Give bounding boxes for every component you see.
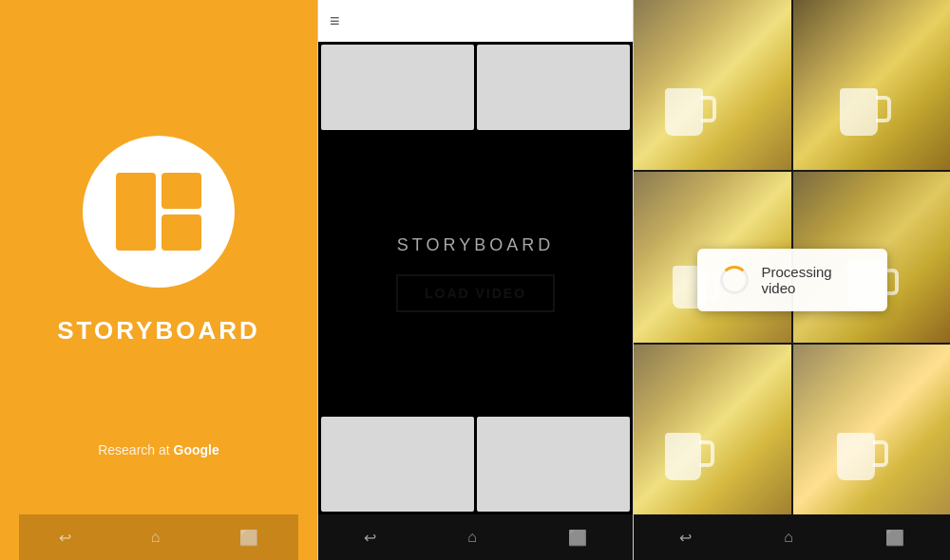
splash-app-title: STORYBOARD bbox=[57, 316, 259, 345]
mug-overlay-2 bbox=[840, 88, 878, 136]
video-thumb-2 bbox=[793, 0, 951, 170]
load-back-button[interactable]: ↩ bbox=[356, 525, 384, 551]
logo-left-bar bbox=[116, 173, 156, 251]
footer-research-text: Research at bbox=[98, 442, 173, 457]
splash-footer-text: Research at Google bbox=[98, 442, 219, 457]
splash-logo-circle bbox=[83, 136, 235, 288]
video-thumb-5 bbox=[634, 345, 791, 514]
load-panel-content: ≡ STORYBOARD LOAD VIDEO bbox=[318, 0, 633, 514]
placeholder-cell-2 bbox=[477, 45, 630, 130]
placeholder-cell-1 bbox=[321, 45, 474, 130]
splash-back-button[interactable]: ↩ bbox=[51, 525, 79, 551]
splash-content: STORYBOARD bbox=[57, 38, 259, 442]
load-center-area: STORYBOARD LOAD VIDEO bbox=[318, 133, 633, 414]
processing-back-button[interactable]: ↩ bbox=[672, 525, 699, 551]
video-thumb-1 bbox=[634, 0, 791, 170]
load-toolbar: ≡ bbox=[318, 0, 633, 42]
logo-bottom-right bbox=[162, 215, 201, 251]
load-video-button[interactable]: LOAD VIDEO bbox=[396, 274, 555, 312]
mug-overlay-1 bbox=[665, 88, 703, 136]
processing-home-button[interactable]: ⌂ bbox=[776, 525, 801, 550]
video-thumb-6 bbox=[793, 345, 951, 514]
mug-overlay-5 bbox=[665, 433, 701, 480]
footer-google-text: Google bbox=[174, 442, 219, 457]
bottom-placeholder-grid bbox=[318, 414, 633, 514]
processing-text-label: Processing video bbox=[762, 264, 864, 296]
load-home-button[interactable]: ⌂ bbox=[460, 525, 484, 550]
splash-footer: Research at Google bbox=[98, 442, 219, 514]
placeholder-bottom-cell-1 bbox=[321, 417, 474, 512]
top-placeholder-grid bbox=[318, 42, 633, 133]
processing-overlay: Processing video bbox=[697, 249, 887, 311]
splash-nav-bar: ↩ ⌂ ⬜ bbox=[19, 514, 298, 560]
processing-panel: Processing video ↩ ⌂ ⬜ bbox=[634, 0, 950, 560]
storyboard-logo-icon bbox=[116, 173, 201, 251]
splash-recents-button[interactable]: ⬜ bbox=[232, 525, 266, 551]
splash-home-button[interactable]: ⌂ bbox=[143, 525, 168, 550]
placeholder-row-1 bbox=[321, 45, 630, 130]
processing-recents-button[interactable]: ⬜ bbox=[878, 525, 912, 551]
hamburger-menu-icon[interactable]: ≡ bbox=[330, 12, 340, 29]
logo-top-right bbox=[162, 173, 201, 209]
load-video-panel: ≡ STORYBOARD LOAD VIDEO ↩ ⌂ ⬜ bbox=[317, 0, 634, 560]
mug-overlay-6 bbox=[837, 433, 875, 480]
storyboard-center-label: STORYBOARD bbox=[397, 235, 554, 255]
placeholder-bottom-row bbox=[321, 417, 630, 512]
load-nav-bar: ↩ ⌂ ⬜ bbox=[318, 514, 633, 560]
load-recents-button[interactable]: ⬜ bbox=[560, 525, 595, 551]
processing-nav-bar: ↩ ⌂ ⬜ bbox=[634, 514, 950, 560]
processing-spinner bbox=[720, 266, 749, 294]
placeholder-bottom-cell-2 bbox=[477, 417, 630, 512]
splash-panel: STORYBOARD Research at Google ↩ ⌂ ⬜ bbox=[0, 0, 317, 560]
